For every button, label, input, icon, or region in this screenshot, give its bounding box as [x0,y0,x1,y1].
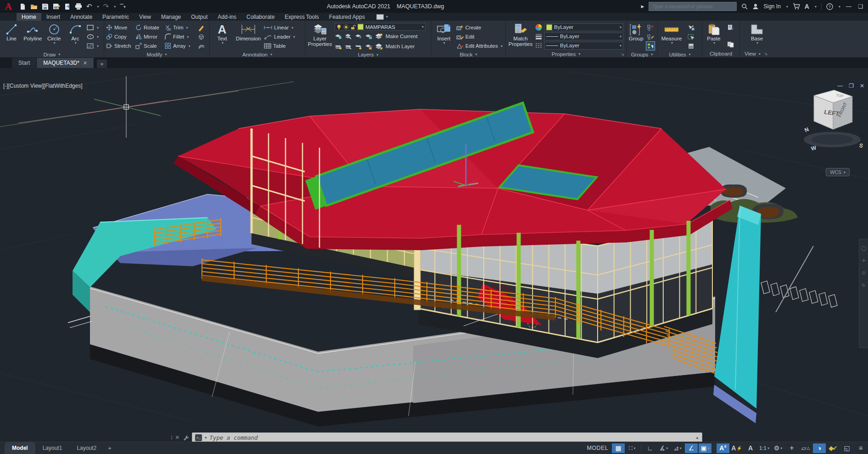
model-tab[interactable]: Model [5,442,35,454]
make-current-icon[interactable] [375,33,383,39]
properties-dialog-launcher[interactable]: ↘ [621,52,624,56]
file-tab-start[interactable]: Start [12,58,37,68]
nav-wheel-icon[interactable]: ◯ [861,246,866,251]
command-prompt-icon[interactable]: >_ [195,434,202,441]
save-as-icon[interactable] [53,3,60,10]
graphics-performance-icon[interactable]: ◆✔ [827,443,840,453]
layer-unisolate-icon[interactable] [345,34,352,39]
clean-screen-icon[interactable]: ◱ [840,443,853,453]
ribbon-display-toggle[interactable]: ▾ [376,13,388,21]
create-block-button[interactable]: Create [456,23,504,32]
match-properties-button[interactable]: Match Properties [508,22,533,50]
file-tab-maqueta3d[interactable]: MAQUETA3D*✕ [37,58,94,68]
ungroup-button[interactable] [647,23,654,32]
command-close-icon[interactable]: ✕ [175,434,179,441]
edit-attributes-button[interactable]: Edit Attributes▾ [456,41,504,50]
layer-sun-icon[interactable] [355,44,362,50]
close-tab-icon[interactable]: ✕ [83,60,87,66]
layout1-tab[interactable]: Layout1 [35,442,70,454]
layer-select-combo[interactable]: MAMPARAS ▾ [335,23,426,31]
panel-label-annotation[interactable]: Annotation▾ [210,51,305,57]
account-caret-icon[interactable]: ▾ [815,5,817,9]
autodesk-account-icon[interactable]: A [805,3,809,10]
viewport-controls-label[interactable]: [-][Custom View][FlatWithEdges] [3,83,83,89]
layer-off-icon[interactable] [335,44,342,50]
viewcube[interactable]: N W S LEFT FRONT TOP [796,81,868,159]
fillet-button[interactable]: Fillet▾ [165,32,194,41]
layer-lock-icon[interactable] [365,34,372,39]
tab-manage[interactable]: Manage [156,13,186,21]
ellipse-button[interactable]: ▾ [87,32,102,41]
hatch-button[interactable]: ▾ [87,41,102,50]
nav-zoom-icon[interactable]: ⊙ [862,270,865,275]
layer-combo-caret-icon[interactable]: ▾ [422,25,424,29]
dimension-button[interactable]: Dimension [235,22,262,51]
search-input[interactable] [649,2,737,11]
print-icon[interactable] [75,3,82,10]
object-color-combo[interactable]: ByLayer▾ [544,23,623,31]
tab-featured-apps[interactable]: Featured Apps [324,13,370,21]
redo-caret-icon[interactable]: ▾ [114,5,116,9]
sign-in-label[interactable]: Sign In [763,3,780,10]
offset-button[interactable] [198,41,205,50]
group-edit-button[interactable] [647,32,654,41]
command-bar-grip[interactable]: ⁞⁞ ✕ [171,434,192,441]
object-snap-icon[interactable]: ▣▾ [699,443,711,453]
paste-button[interactable]: Paste▾ [704,22,723,50]
group-button[interactable]: Group [627,22,644,51]
tab-add-ins[interactable]: Add-ins [213,13,241,21]
compass-south-label[interactable]: S [858,142,864,149]
edit-block-button[interactable]: Edit [456,32,504,41]
customization-menu-icon[interactable]: ≡ [854,443,867,453]
make-current-label[interactable]: Make Current [386,34,418,39]
command-wrench-icon[interactable] [183,435,189,441]
autocad-app-menu-icon[interactable]: A [0,0,17,13]
tab-parametric[interactable]: Parametric [97,13,134,21]
panel-label-groups[interactable]: Groups▾ [627,51,657,57]
compass-north-label[interactable]: N [804,126,810,133]
model-3d-view[interactable] [0,68,868,442]
layer-unlock-icon[interactable] [351,24,356,30]
tab-express-tools[interactable]: Express Tools [280,13,324,21]
annotation-scale-icon[interactable]: A [744,443,757,453]
isolate-objects-icon[interactable]: ▱△ [799,443,812,453]
line-button[interactable]: Line [2,22,21,51]
command-caret-icon[interactable]: ▾ [205,436,207,440]
panel-label-properties[interactable]: Properties▾↘ [506,50,626,57]
stretch-button[interactable]: Stretch [106,41,134,50]
scale-button[interactable]: Scale [135,41,164,50]
layer-isolate-icon[interactable] [335,34,342,39]
explode-button[interactable] [198,32,205,41]
group-selection-toggle[interactable] [646,41,655,50]
wcs-dropdown[interactable]: WCS▾ [826,168,850,176]
mirror-button[interactable]: Mirror [135,32,164,41]
leader-button[interactable]: Leader▾ [264,32,299,41]
nav-pan-icon[interactable]: ✛ [862,258,865,263]
new-file-icon[interactable] [19,3,26,10]
move-button[interactable]: Move [106,23,134,32]
nav-orbit-icon[interactable]: ↻ [862,283,865,288]
help-icon[interactable]: ? [826,3,833,10]
new-drawing-tab-button[interactable]: + [97,60,107,68]
panel-label-clipboard[interactable]: Clipboard [702,50,739,57]
panel-label-block[interactable]: Block▾ [431,51,505,57]
tab-annotate[interactable]: Annotate [65,13,97,21]
command-input[interactable]: >_ ▾ Type a command ▲ [192,432,702,442]
tab-collaborate[interactable]: Collaborate [241,13,280,21]
polyline-button[interactable]: Polyline [23,22,42,51]
linear-dimension-button[interactable]: Linear▾ [264,23,299,32]
array-button[interactable]: Array▾ [165,41,194,50]
transfer-icon[interactable] [64,3,71,10]
sign-in-caret-icon[interactable]: ▾ [786,5,788,9]
annotation-autoscale-icon[interactable]: A⚡ [730,443,743,453]
grid-display-icon[interactable]: ▦ [612,443,625,453]
rotate-button[interactable]: Rotate [135,23,164,32]
ortho-mode-icon[interactable]: ∟ [644,443,656,453]
rectangle-button[interactable]: ▾ [87,23,102,32]
layer-freeze-icon[interactable] [355,34,362,39]
quick-select-button[interactable] [688,23,694,32]
lineweight-combo[interactable]: ByLayer▾ [544,33,623,40]
panel-label-utilities[interactable]: Utilities▾ [658,51,702,57]
panel-label-view[interactable]: View▾↘ [740,50,868,57]
match-layer-label[interactable]: Match Layer [386,44,414,49]
